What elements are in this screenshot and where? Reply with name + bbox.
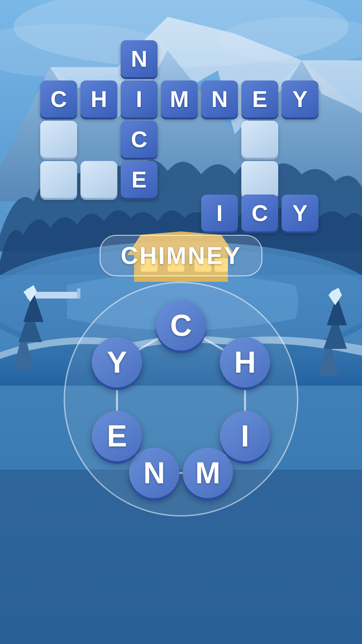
tile-blank2	[241, 121, 278, 158]
word-badge: CHIMNEY	[100, 235, 262, 276]
tile-y1: Y	[282, 80, 318, 117]
node-c[interactable]: C	[156, 300, 206, 351]
tile-n1: N	[201, 80, 238, 117]
node-y[interactable]: Y	[92, 337, 142, 387]
tile-blank1	[40, 121, 77, 158]
node-i[interactable]: I	[220, 411, 270, 461]
node-m[interactable]: M	[183, 448, 233, 498]
letter-circle[interactable]: C H I M N E Y	[64, 282, 298, 517]
node-h[interactable]: H	[220, 337, 270, 387]
tile-blank5	[241, 161, 278, 198]
tile-c2: C	[121, 121, 158, 158]
tile-n-top: N	[121, 40, 158, 77]
node-e[interactable]: E	[92, 411, 142, 461]
tile-c3: C	[241, 195, 278, 231]
tile-i1: I	[121, 80, 158, 117]
tile-blank3	[40, 161, 77, 198]
tile-i2: I	[201, 195, 238, 231]
node-n[interactable]: N	[129, 448, 179, 498]
tile-y2: Y	[282, 195, 318, 231]
tile-e1: E	[241, 80, 278, 117]
tile-e2: E	[121, 161, 158, 198]
tile-c1: C	[40, 80, 77, 117]
tile-m1: M	[161, 80, 198, 117]
tile-h1: H	[80, 80, 117, 117]
tile-blank4	[80, 161, 117, 198]
